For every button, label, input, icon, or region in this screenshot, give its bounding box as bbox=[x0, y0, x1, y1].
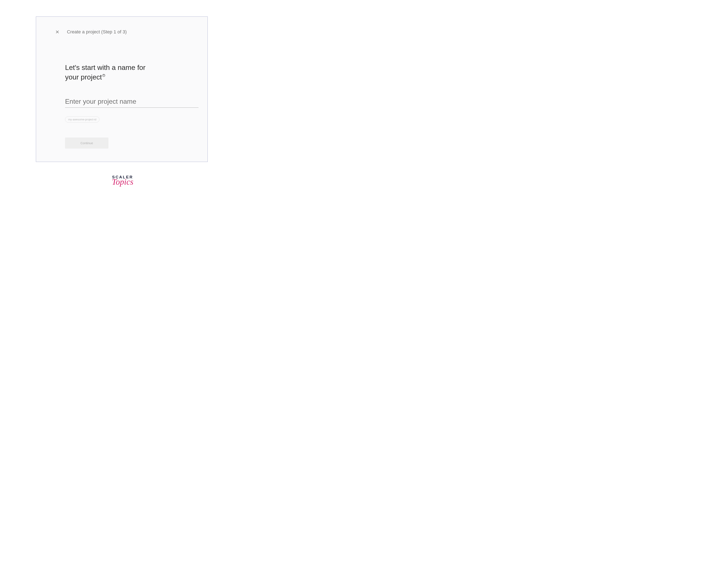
main-heading: Let's start with a name for your project bbox=[65, 62, 200, 82]
svg-point-3 bbox=[104, 76, 104, 76]
close-icon[interactable] bbox=[55, 30, 59, 34]
project-id-chip[interactable]: my-awesome-project-id bbox=[65, 117, 100, 123]
logo-brand-bottom: Topics bbox=[112, 179, 133, 185]
help-icon[interactable] bbox=[102, 74, 105, 77]
panel-content: Let's start with a name for your project… bbox=[65, 62, 200, 149]
heading-line-2: your project bbox=[65, 73, 102, 81]
project-name-field-wrap bbox=[65, 97, 199, 108]
panel-header: Create a project (Step 1 of 3) bbox=[55, 29, 127, 35]
create-project-panel: Create a project (Step 1 of 3) Let's sta… bbox=[36, 17, 208, 162]
heading-line-1: Let's start with a name for bbox=[65, 63, 146, 71]
panel-title: Create a project (Step 1 of 3) bbox=[67, 29, 127, 35]
project-name-input[interactable] bbox=[65, 97, 199, 107]
continue-button[interactable]: Continue bbox=[65, 137, 108, 149]
scaler-topics-logo: SCALER Topics bbox=[112, 175, 133, 185]
